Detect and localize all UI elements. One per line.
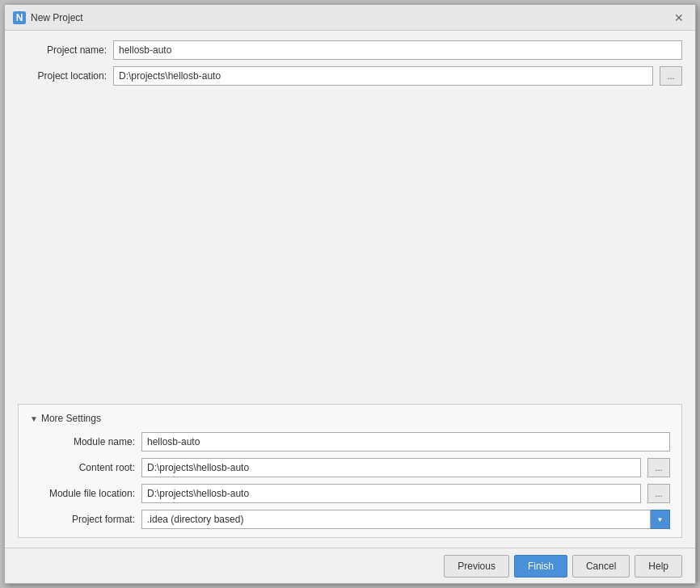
project-location-input[interactable] bbox=[113, 66, 653, 86]
project-format-select[interactable]: .idea (directory based) bbox=[141, 510, 651, 529]
content-root-input[interactable] bbox=[141, 458, 641, 477]
content-spacer bbox=[18, 92, 682, 397]
project-format-select-wrapper: .idea (directory based) bbox=[141, 510, 670, 529]
dialog-content: Project name: Project location: ... ▼ Mo… bbox=[5, 31, 695, 548]
dialog-title: New Project bbox=[31, 12, 83, 23]
module-name-label: Module name: bbox=[30, 436, 135, 447]
project-name-row: Project name: bbox=[18, 40, 682, 60]
content-root-row: Content root: ... bbox=[30, 458, 670, 477]
more-settings-header[interactable]: ▼ More Settings bbox=[30, 413, 670, 424]
project-name-label: Project name: bbox=[18, 44, 107, 56]
help-button[interactable]: Help bbox=[635, 555, 682, 578]
title-bar-left: N New Project bbox=[13, 11, 83, 24]
more-settings-section: ▼ More Settings Module name: Content roo… bbox=[18, 404, 682, 538]
dialog-icon: N bbox=[13, 11, 26, 24]
project-location-label: Project location: bbox=[18, 70, 107, 82]
module-file-location-row: Module file location: ... bbox=[30, 484, 670, 503]
close-button[interactable]: ✕ bbox=[671, 10, 687, 26]
module-file-location-label: Module file location: bbox=[30, 488, 135, 499]
new-project-dialog: N New Project ✕ Project name: Project lo… bbox=[4, 4, 696, 584]
more-settings-label: More Settings bbox=[41, 413, 101, 424]
module-file-location-browse-button[interactable]: ... bbox=[647, 484, 670, 503]
finish-button[interactable]: Finish bbox=[514, 555, 567, 578]
module-name-row: Module name: bbox=[30, 432, 670, 452]
previous-button[interactable]: Previous bbox=[444, 555, 509, 578]
content-root-browse-button[interactable]: ... bbox=[647, 458, 670, 477]
collapse-icon: ▼ bbox=[30, 414, 38, 423]
project-format-row: Project format: .idea (directory based) bbox=[30, 510, 670, 529]
project-format-label: Project format: bbox=[30, 514, 135, 525]
project-location-row: Project location: ... bbox=[18, 66, 682, 86]
more-settings-form: Module name: Content root: ... Module fi… bbox=[30, 432, 670, 529]
project-name-input[interactable] bbox=[113, 40, 682, 60]
module-file-location-input[interactable] bbox=[141, 484, 641, 503]
content-root-label: Content root: bbox=[30, 462, 135, 473]
cancel-button[interactable]: Cancel bbox=[572, 555, 630, 578]
project-format-dropdown-arrow[interactable] bbox=[651, 510, 670, 529]
button-bar: Previous Finish Cancel Help bbox=[5, 548, 695, 583]
module-name-input[interactable] bbox=[141, 432, 670, 452]
project-location-browse-button[interactable]: ... bbox=[660, 66, 682, 86]
title-bar: N New Project ✕ bbox=[5, 5, 695, 31]
